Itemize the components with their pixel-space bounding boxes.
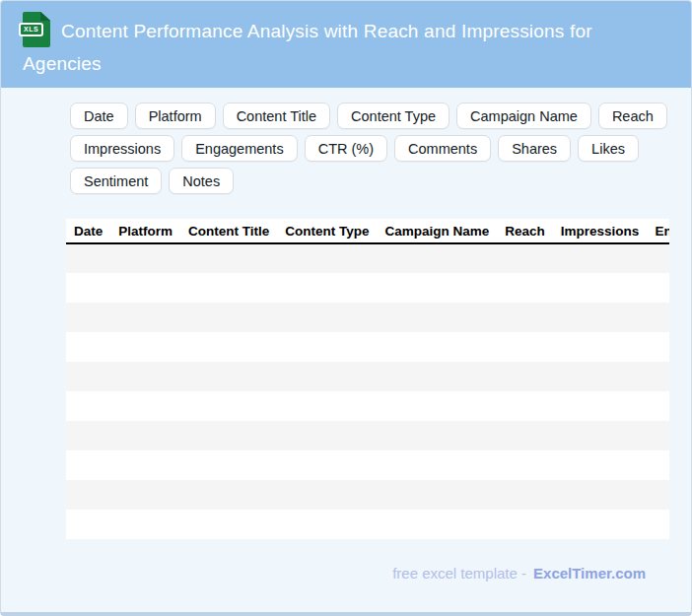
chip-sentiment[interactable]: Sentiment <box>70 168 162 194</box>
col-header-campaign-name: Campaign Name <box>378 219 498 243</box>
table-header-row: Date Platform Content Title Content Type… <box>66 219 669 243</box>
table-cell <box>277 303 377 332</box>
table-cell <box>378 480 498 510</box>
table-cell <box>110 450 180 480</box>
table-cell <box>553 421 648 450</box>
chip-ctr[interactable]: CTR (%) <box>305 135 387 162</box>
table-cell <box>66 243 110 273</box>
chip-likes[interactable]: Likes <box>578 135 639 162</box>
chip-content-type[interactable]: Content Type <box>337 103 450 129</box>
table-cell <box>110 332 180 362</box>
table-cell <box>277 510 377 539</box>
table-cell <box>497 273 553 303</box>
table-cell <box>110 391 180 421</box>
chip-platform[interactable]: Platform <box>135 103 216 129</box>
chip-comments[interactable]: Comments <box>394 135 491 162</box>
chip-content-title[interactable]: Content Title <box>223 103 330 129</box>
table-cell <box>378 391 498 421</box>
table-cell <box>110 362 180 391</box>
table-cell <box>553 362 648 391</box>
table-cell <box>647 391 669 421</box>
table-cell <box>647 273 669 303</box>
table-cell <box>553 273 648 303</box>
table-cell <box>66 362 110 391</box>
col-header-content-title: Content Title <box>180 219 277 243</box>
table-cell <box>553 303 648 332</box>
table-cell <box>66 303 110 332</box>
footer: free excel template -ExcelTimer.com <box>66 565 667 582</box>
col-header-content-type: Content Type <box>277 219 377 243</box>
table-row <box>66 362 669 391</box>
chip-campaign-name[interactable]: Campaign Name <box>456 103 591 129</box>
table-cell <box>647 510 669 539</box>
table-cell <box>378 450 498 480</box>
table-cell <box>110 510 180 539</box>
table-cell <box>66 450 110 480</box>
table-cell <box>553 450 648 480</box>
page-title: Content Performance Analysis with Reach … <box>23 21 592 74</box>
table-cell <box>180 391 277 421</box>
table-cell <box>378 303 498 332</box>
table-cell <box>66 273 110 303</box>
chip-shares[interactable]: Shares <box>498 135 571 162</box>
table-cell <box>277 273 377 303</box>
table-cell <box>180 243 277 273</box>
table-cell <box>277 450 377 480</box>
chip-reach[interactable]: Reach <box>598 103 667 129</box>
file-fold-corner <box>40 12 50 21</box>
col-header-date: Date <box>66 219 110 243</box>
table-cell <box>647 332 669 362</box>
table-cell <box>497 243 553 273</box>
table-cell <box>180 303 277 332</box>
footer-text: free excel template - <box>392 565 526 582</box>
table-cell <box>277 421 377 450</box>
table-container: Date Platform Content Title Content Type… <box>66 219 669 539</box>
table-cell <box>277 362 377 391</box>
table-cell <box>553 480 648 510</box>
table-cell <box>647 450 669 480</box>
table-cell <box>110 480 180 510</box>
table-row <box>66 450 669 480</box>
table-cell <box>497 362 553 391</box>
xls-file-icon: XLS <box>23 12 50 47</box>
table-cell <box>180 480 277 510</box>
table-cell <box>66 332 110 362</box>
table-cell <box>378 332 498 362</box>
table-cell <box>277 391 377 421</box>
chip-date[interactable]: Date <box>70 103 128 129</box>
field-chips: Date Platform Content Title Content Type… <box>66 103 667 194</box>
col-header-impressions: Impressions <box>553 219 648 243</box>
chip-notes[interactable]: Notes <box>169 168 234 194</box>
header: XLS Content Performance Analysis with Re… <box>1 1 691 88</box>
table-cell <box>647 362 669 391</box>
table-cell <box>497 480 553 510</box>
table-cell <box>378 510 498 539</box>
table-cell <box>378 243 498 273</box>
table-cell <box>647 243 669 273</box>
table-row <box>66 243 669 273</box>
table-cell <box>180 362 277 391</box>
template-card: XLS Content Performance Analysis with Re… <box>0 0 692 616</box>
table-cell <box>378 421 498 450</box>
table-cell <box>180 332 277 362</box>
table-cell <box>66 421 110 450</box>
table-cell <box>647 303 669 332</box>
table-cell <box>66 391 110 421</box>
chip-impressions[interactable]: Impressions <box>70 135 174 162</box>
col-header-engagements: Engagements <box>647 219 669 243</box>
table-cell <box>553 391 648 421</box>
table-row <box>66 303 669 332</box>
page-title-line: XLS Content Performance Analysis with Re… <box>23 12 669 80</box>
xls-badge: XLS <box>19 23 43 36</box>
table-cell <box>378 362 498 391</box>
table-cell <box>497 450 553 480</box>
table-cell <box>277 480 377 510</box>
table-row <box>66 273 669 303</box>
footer-brand-link[interactable]: ExcelTimer.com <box>533 565 646 582</box>
table-cell <box>110 421 180 450</box>
table-cell <box>110 273 180 303</box>
template-table: Date Platform Content Title Content Type… <box>66 219 669 539</box>
table-body <box>66 243 669 539</box>
chip-engagements[interactable]: Engagements <box>181 135 297 162</box>
table-cell <box>497 332 553 362</box>
